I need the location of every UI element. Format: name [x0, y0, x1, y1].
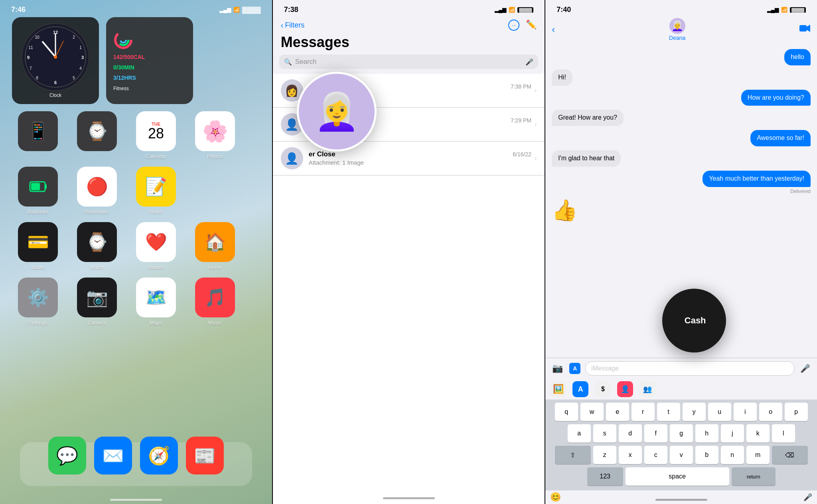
fitness-widget[interactable]: 142/500CAL 0/30MIN 3/12HRS Fitness [106, 17, 193, 104]
key-return[interactable]: return [732, 467, 776, 486]
message-item-2[interactable]: 👤 er Close 6/16/22 Attachment: 1 Image › [273, 142, 545, 175]
mic-bar-button[interactable]: 🎤 [803, 493, 812, 502]
messages-nav: ‹ Filters ··· ✏️ [273, 16, 545, 32]
apps-bar-avatar[interactable]: 👤 [617, 381, 633, 397]
emoji-button[interactable]: 😊 [550, 492, 561, 502]
key-l[interactable]: l [772, 424, 795, 443]
svg-text:9: 9 [27, 55, 30, 60]
app-icon-wallet[interactable]: 💳 Wallet [12, 222, 64, 270]
filters-button[interactable]: ‹ Filters [281, 21, 305, 30]
back-button[interactable]: ‹ [552, 24, 555, 35]
status-icons-p2: ▂▄▆ 📶 ▓▓▓▓ [495, 7, 533, 13]
key-m[interactable]: m [746, 446, 770, 464]
app-icon-reminders[interactable]: 🔴 Reminders [71, 167, 123, 215]
more-icon[interactable]: ··· [508, 20, 519, 31]
camera-input-icon: 📷 [552, 363, 563, 374]
dock-news[interactable]: 📰 [186, 437, 224, 474]
search-bar[interactable]: 🔍 Search 🎤 [279, 55, 539, 69]
app-icon-music[interactable]: 🎵 Music [189, 278, 241, 326]
app-icon-watch-sm[interactable]: ⌚ [71, 111, 123, 159]
compose-icon[interactable]: ✏️ [526, 20, 537, 31]
key-n[interactable]: n [721, 446, 744, 464]
key-v[interactable]: v [670, 446, 693, 464]
key-o[interactable]: o [759, 403, 782, 421]
app-icon-camera[interactable]: 📷 Camera [71, 278, 123, 326]
svg-text:10: 10 [35, 35, 39, 39]
app-icon-img-maps: 🗺️ [136, 278, 176, 317]
video-call-button[interactable] [799, 24, 811, 35]
key-b[interactable]: b [695, 446, 718, 464]
avatar-bar-icon: 👤 [621, 385, 630, 394]
apple-cash-popup[interactable]: Cash [662, 289, 726, 352]
delivered-label: Delivered [552, 189, 811, 194]
app-icon-iphone[interactable]: 📱 [12, 111, 64, 159]
app-icon-home[interactable]: 🏠 Home [189, 222, 241, 270]
msg-preview-2: Attachment: 1 Image [309, 159, 364, 166]
key-e[interactable]: e [606, 403, 629, 421]
dock-news-icon: 📰 [194, 445, 216, 466]
camera-input-btn[interactable]: 📷 [550, 361, 564, 376]
mic-input-btn[interactable]: 🎤 [798, 361, 812, 376]
key-q[interactable]: q [555, 403, 578, 421]
chat-status-bar: 7:40 ▂▄▆ 📶 ▓▓▓▓ [545, 0, 817, 16]
key-r[interactable]: r [631, 403, 655, 421]
home-indicator-p3 [655, 499, 707, 501]
app-icon-img-wallet: 💳 [18, 222, 58, 262]
app-icon-batteries[interactable]: Batteries [12, 167, 64, 215]
key-y[interactable]: y [683, 403, 706, 421]
widgets-row: 12 6 3 9 2 1 4 5 10 11 7 8 [0, 17, 272, 104]
key-i[interactable]: i [734, 403, 757, 421]
key-delete[interactable]: ⌫ [772, 446, 808, 464]
clock-widget[interactable]: 12 6 3 9 2 1 4 5 10 11 7 8 [12, 17, 99, 104]
avatar-popup: 👩‍🦳 [297, 72, 377, 152]
apps-bar-photos[interactable]: 🖼️ [550, 381, 566, 397]
key-z[interactable]: z [593, 446, 616, 464]
message-input[interactable]: iMessage [585, 361, 795, 376]
key-d[interactable]: d [619, 424, 642, 443]
svg-point-18 [118, 35, 128, 45]
app-icon-notes[interactable]: 📝 Notes [130, 167, 182, 215]
key-g[interactable]: g [670, 424, 693, 443]
key-x[interactable]: x [619, 446, 642, 464]
key-p[interactable]: p [785, 403, 808, 421]
key-f[interactable]: f [644, 424, 667, 443]
key-j[interactable]: j [721, 424, 744, 443]
chat-input-area: 📷 A iMessage 🎤 🖼️ A $ 👤 [545, 358, 817, 504]
contact-info[interactable]: 👩‍🦳 Deana [669, 18, 685, 41]
key-k[interactable]: k [746, 424, 770, 443]
apps-bar-cash[interactable]: $ [595, 381, 611, 397]
key-s[interactable]: s [593, 424, 616, 443]
app-icon-watch[interactable]: ⌚ Watch [71, 222, 123, 270]
key-a[interactable]: a [568, 424, 591, 443]
app-label-calendar: Calendar [146, 154, 167, 159]
status-icons-p3: ▂▄▆ 📶 ▓▓▓▓ [767, 7, 806, 13]
key-u[interactable]: u [708, 403, 731, 421]
app-icon-img-settings: ⚙️ [18, 278, 58, 317]
key-t[interactable]: t [657, 403, 680, 421]
key-123[interactable]: 123 [587, 467, 623, 486]
msg-avatar-2: 👤 [281, 147, 303, 169]
msg-header-2: er Close 6/16/22 [309, 150, 531, 158]
key-h[interactable]: h [695, 424, 718, 443]
apps-bar-more[interactable]: 👥 [639, 381, 655, 397]
app-icon-calendar[interactable]: TUE 28 Calendar [130, 111, 182, 159]
key-shift[interactable]: ⇧ [555, 446, 591, 464]
more-bar-icon: 👥 [643, 385, 652, 394]
contact-avatar: 👩‍🦳 [669, 18, 685, 34]
dock-safari[interactable]: 🧭 [140, 437, 178, 474]
key-space[interactable]: space [626, 467, 729, 486]
key-c[interactable]: c [644, 446, 667, 464]
app-icon-photos[interactable]: 🌸 Photos [189, 111, 241, 159]
dock-mail[interactable]: ✉️ [94, 437, 132, 474]
key-w[interactable]: w [580, 403, 604, 421]
input-row: 📷 A iMessage 🎤 [545, 358, 817, 379]
apps-bar-appstore[interactable]: A [572, 381, 588, 397]
dock-messages[interactable]: 💬 [48, 437, 86, 474]
app-icon-maps[interactable]: 🗺️ Maps [130, 278, 182, 326]
appstore-input-btn[interactable]: A [568, 361, 582, 376]
phone3-chat: 7:40 ▂▄▆ 📶 ▓▓▓▓ ‹ 👩‍🦳 Deana hello Hi! Ho… [545, 0, 817, 504]
svg-text:3: 3 [81, 55, 84, 60]
app-icon-health[interactable]: ❤️ Health [130, 222, 182, 270]
app-icon-settings[interactable]: ⚙️ Settings [12, 278, 64, 326]
mic-input-icon: 🎤 [800, 364, 810, 373]
